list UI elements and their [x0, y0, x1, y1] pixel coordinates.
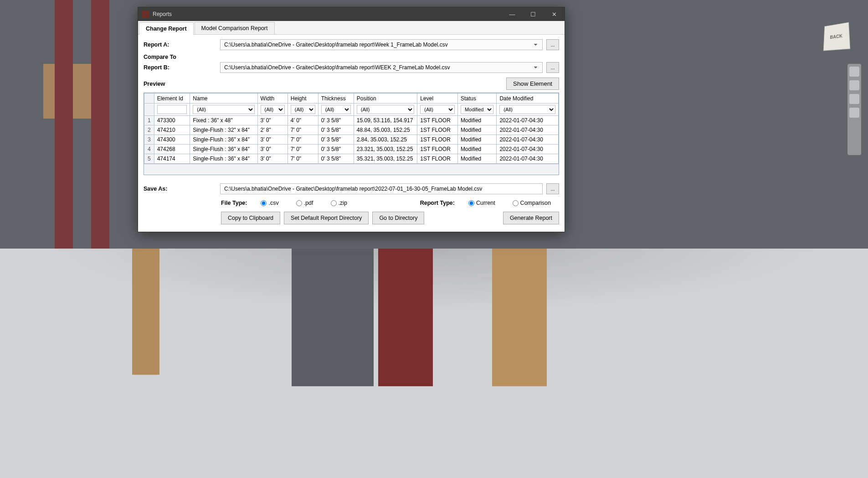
close-button[interactable]: ✕: [544, 7, 565, 21]
cell-thickness[interactable]: 0' 3 5/8": [318, 125, 354, 135]
row-number: 1: [144, 116, 154, 125]
cell-element-id[interactable]: 474300: [154, 135, 190, 145]
cell-thickness[interactable]: 0' 3 5/8": [318, 145, 354, 154]
browse-save-as-button[interactable]: ...: [546, 183, 559, 194]
save-as-path[interactable]: [220, 183, 543, 194]
browse-report-a-button[interactable]: ...: [546, 39, 559, 50]
cell-width[interactable]: 3' 0": [257, 135, 288, 145]
cell-thickness[interactable]: 0' 3 5/8": [318, 154, 354, 164]
cell-name[interactable]: Single-Flush : 36" x 84": [190, 154, 257, 164]
cell-width[interactable]: 3' 0": [257, 116, 288, 125]
cell-width[interactable]: 3' 0": [257, 154, 288, 164]
report-b-path[interactable]: [220, 62, 543, 73]
cell-status[interactable]: Modified: [457, 135, 497, 145]
titlebar[interactable]: Reports — ☐ ✕: [138, 7, 565, 21]
filter-thickness[interactable]: (All): [321, 105, 351, 114]
cell-name[interactable]: Single-Flush : 36" x 84": [190, 145, 257, 154]
reporttype-comparison-radio[interactable]: Comparison: [513, 200, 551, 206]
cell-element-id[interactable]: 474210: [154, 125, 190, 135]
col-name[interactable]: Name: [190, 94, 257, 104]
col-height[interactable]: Height: [288, 94, 318, 104]
cell-thickness[interactable]: 0' 3 5/8": [318, 135, 354, 145]
cell-name[interactable]: Fixed : 36" x 48": [190, 116, 257, 125]
navigation-bar[interactable]: [847, 64, 861, 155]
go-to-directory-button[interactable]: Go to Directory: [372, 212, 424, 224]
cell-name[interactable]: Single-Flush : 32" x 84": [190, 125, 257, 135]
filter-height[interactable]: (All): [291, 105, 315, 114]
report-a-path[interactable]: [220, 39, 543, 50]
filetype-zip-radio[interactable]: .zip: [331, 200, 347, 206]
cell-date[interactable]: 2022-01-07-04:30: [497, 145, 559, 154]
nav-tool-icon[interactable]: [849, 108, 859, 118]
cell-height[interactable]: 7' 0": [288, 125, 318, 135]
filter-element-id[interactable]: [157, 105, 187, 114]
filter-date[interactable]: (All): [499, 105, 555, 114]
filter-status[interactable]: Modified: [461, 105, 494, 114]
tab-model-comparison[interactable]: Model Comparison Report: [195, 22, 275, 34]
cell-position[interactable]: 2.84, 35.003, 152.25: [354, 135, 417, 145]
cell-status[interactable]: Modified: [457, 145, 497, 154]
cell-height[interactable]: 4' 0": [288, 116, 318, 125]
report-a-label: Report A:: [144, 42, 216, 48]
cell-date[interactable]: 2022-01-07-04:30: [497, 116, 559, 125]
cell-element-id[interactable]: 473300: [154, 116, 190, 125]
browse-report-b-button[interactable]: ...: [546, 62, 559, 73]
cell-status[interactable]: Modified: [457, 125, 497, 135]
col-status[interactable]: Status: [457, 94, 497, 104]
cell-height[interactable]: 7' 0": [288, 154, 318, 164]
generate-report-button[interactable]: Generate Report: [503, 212, 559, 224]
filter-level[interactable]: (All): [420, 105, 455, 114]
filetype-pdf-radio[interactable]: .pdf: [296, 200, 313, 206]
cell-level[interactable]: 1ST FLOOR: [417, 154, 458, 164]
filter-name[interactable]: (All): [193, 105, 254, 114]
cell-status[interactable]: Modified: [457, 116, 497, 125]
col-level[interactable]: Level: [417, 94, 458, 104]
col-thickness[interactable]: Thickness: [318, 94, 354, 104]
cell-position[interactable]: 15.09, 53.116, 154.917: [354, 116, 417, 125]
table-row[interactable]: 3474300Single-Flush : 36" x 84"3' 0"7' 0…: [144, 135, 559, 145]
nav-tool-icon[interactable]: [849, 80, 859, 90]
cell-level[interactable]: 1ST FLOOR: [417, 145, 458, 154]
grid-footer: [144, 164, 559, 175]
col-date-modified[interactable]: Date Modified: [497, 94, 559, 104]
maximize-button[interactable]: ☐: [523, 7, 544, 21]
cell-position[interactable]: 23.321, 35.003, 152.25: [354, 145, 417, 154]
viewcube[interactable]: BACK: [823, 22, 851, 51]
filter-width[interactable]: (All): [261, 105, 285, 114]
tab-change-report[interactable]: Change Report: [139, 22, 194, 35]
table-row[interactable]: 1473300Fixed : 36" x 48"3' 0"4' 0"0' 3 5…: [144, 116, 559, 125]
preview-grid[interactable]: Element Id Name Width Height Thickness P…: [144, 93, 559, 175]
cell-thickness[interactable]: 0' 3 5/8": [318, 116, 354, 125]
nav-tool-icon[interactable]: [849, 94, 859, 104]
cell-status[interactable]: Modified: [457, 154, 497, 164]
cell-level[interactable]: 1ST FLOOR: [417, 116, 458, 125]
cell-level[interactable]: 1ST FLOOR: [417, 125, 458, 135]
cell-width[interactable]: 3' 0": [257, 145, 288, 154]
cell-date[interactable]: 2022-01-07-04:30: [497, 125, 559, 135]
cell-height[interactable]: 7' 0": [288, 145, 318, 154]
col-position[interactable]: Position: [354, 94, 417, 104]
nav-tool-icon[interactable]: [849, 67, 859, 77]
show-element-button[interactable]: Show Element: [506, 78, 559, 90]
col-element-id[interactable]: Element Id: [154, 94, 190, 104]
cell-date[interactable]: 2022-01-07-04:30: [497, 154, 559, 164]
cell-date[interactable]: 2022-01-07-04:30: [497, 135, 559, 145]
cell-position[interactable]: 35.321, 35.003, 152.25: [354, 154, 417, 164]
table-row[interactable]: 5474174Single-Flush : 36" x 84"3' 0"7' 0…: [144, 154, 559, 164]
reporttype-current-radio[interactable]: Current: [468, 200, 495, 206]
cell-width[interactable]: 2' 8": [257, 125, 288, 135]
cell-level[interactable]: 1ST FLOOR: [417, 135, 458, 145]
filetype-csv-radio[interactable]: .csv: [261, 200, 278, 206]
col-width[interactable]: Width: [257, 94, 288, 104]
copy-to-clipboard-button[interactable]: Copy to Clipboard: [221, 212, 280, 224]
cell-position[interactable]: 48.84, 35.003, 152.25: [354, 125, 417, 135]
minimize-button[interactable]: —: [502, 7, 523, 21]
table-row[interactable]: 2474210Single-Flush : 32" x 84"2' 8"7' 0…: [144, 125, 559, 135]
filter-position[interactable]: (All): [357, 105, 415, 114]
table-row[interactable]: 4474268Single-Flush : 36" x 84"3' 0"7' 0…: [144, 145, 559, 154]
cell-element-id[interactable]: 474268: [154, 145, 190, 154]
cell-element-id[interactable]: 474174: [154, 154, 190, 164]
cell-height[interactable]: 7' 0": [288, 135, 318, 145]
set-default-directory-button[interactable]: Set Default Report Directory: [284, 212, 369, 224]
cell-name[interactable]: Single-Flush : 36" x 84": [190, 135, 257, 145]
